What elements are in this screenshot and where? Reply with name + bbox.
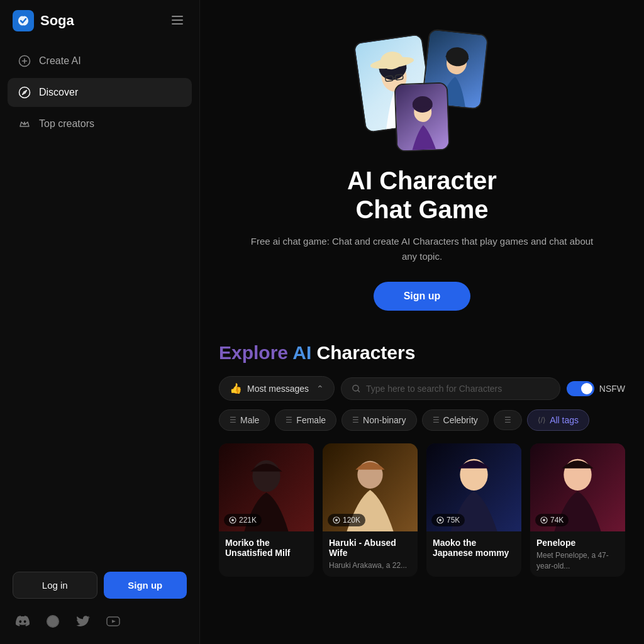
login-button[interactable]: Log in <box>13 572 97 599</box>
char-info-2: Haruki - Abused Wife Haruki Arakawa, a 2… <box>323 531 418 576</box>
tag-list-icon-3: ☰ <box>352 416 359 425</box>
svg-text:R: R <box>51 619 55 625</box>
app-logo <box>13 10 34 31</box>
sidebar-item-create-ai[interactable]: Create AI <box>8 47 192 75</box>
tag-all-tags-label: All tags <box>550 415 579 425</box>
char-image-3: 75K <box>426 443 521 531</box>
tags-row: ☰ Male ☰ Female ☰ Non-binary ☰ Celebrity… <box>219 409 625 431</box>
tag-nonbinary-label: Non-binary <box>363 415 406 425</box>
char-image-1: 221K <box>219 443 314 531</box>
char-name-3: Maoko the Japanese mommy <box>433 538 515 558</box>
sidebar-item-discover[interactable]: Discover <box>8 78 192 107</box>
sidebar-item-discover-label: Discover <box>39 87 78 98</box>
char-desc-2: Haruki Arakawa, a 22... <box>329 560 411 571</box>
logo-area: Soga <box>13 10 74 31</box>
sidebar: Soga Create AI <box>0 0 200 644</box>
sidebar-item-top-creators[interactable]: Top creators <box>8 109 192 138</box>
char-info-3: Maoko the Japanese mommy <box>426 531 521 565</box>
toggle-knob <box>581 383 592 394</box>
sidebar-nav: Create AI Discover Top creators <box>0 42 199 143</box>
svg-rect-3 <box>172 23 183 25</box>
search-bar <box>341 377 560 400</box>
thumbs-up-icon: 👍 <box>230 382 242 394</box>
tag-female-label: Female <box>296 415 326 425</box>
hero-cta-button[interactable]: Sign up <box>374 282 471 311</box>
tag-male-label: Male <box>240 415 259 425</box>
compass-icon <box>18 86 31 99</box>
auth-buttons: Log in Sign up <box>13 572 187 599</box>
sort-label: Most messages <box>247 384 309 394</box>
search-icon <box>352 384 361 394</box>
main-content: AI Character Chat Game Free ai chat game… <box>200 0 644 644</box>
char-msg-count-1: 221K <box>224 514 262 526</box>
char-info-4: Penelope Meet Penelope, a 47-year-old... <box>530 531 625 577</box>
char-name-4: Penelope <box>536 538 619 548</box>
plus-circle-icon <box>18 54 31 68</box>
hero-card-collage <box>353 25 491 151</box>
character-card-4[interactable]: 74K Penelope Meet Penelope, a 47-year-ol… <box>530 443 625 577</box>
characters-grid: 221K Moriko the Unsatisfied Milf <box>219 443 625 577</box>
character-card-1[interactable]: 221K Moriko the Unsatisfied Milf <box>219 443 314 577</box>
hero-subtitle: Free ai chat game: Chat and create AI Ch… <box>246 234 598 264</box>
svg-point-41 <box>543 519 545 521</box>
reddit-icon[interactable]: R <box>43 611 63 631</box>
tag-more[interactable]: ☰ <box>494 410 522 430</box>
char-desc-4: Meet Penelope, a 47-year-old... <box>536 550 619 572</box>
hero-card-3 <box>394 82 450 152</box>
sidebar-item-create-ai-label: Create AI <box>39 55 81 67</box>
svg-point-6 <box>24 92 25 93</box>
character-card-3[interactable]: 75K Maoko the Japanese mommy <box>426 443 521 577</box>
svg-rect-2 <box>172 19 183 21</box>
nsfw-toggle-area: NSFW <box>567 381 625 396</box>
signup-button[interactable]: Sign up <box>104 572 187 599</box>
sidebar-header: Soga <box>0 0 199 42</box>
tag-celebrity-label: Celebrity <box>443 415 478 425</box>
svg-line-18 <box>393 78 396 79</box>
sidebar-toggle-button[interactable] <box>168 11 187 31</box>
tag-icon: ⟨/⟩ <box>538 416 546 425</box>
hero-section: AI Character Chat Game Free ai chat game… <box>200 0 644 330</box>
tag-nonbinary[interactable]: ☰ Non-binary <box>341 409 416 431</box>
svg-point-29 <box>231 519 234 521</box>
search-input[interactable] <box>366 384 550 394</box>
sidebar-bottom: Log in Sign up R <box>0 559 199 644</box>
explore-title: Explore AI Characters <box>219 342 625 364</box>
char-image-4: 74K <box>530 443 625 531</box>
char-msg-count-2: 120K <box>328 514 365 526</box>
explore-section: Explore AI Characters 👍 Most messages ⌃ <box>200 330 644 589</box>
char-msg-count-3: 75K <box>431 514 465 526</box>
character-card-2[interactable]: 120K Haruki - Abused Wife Haruki Arakawa… <box>323 443 418 577</box>
char-msg-count-4: 74K <box>535 514 569 526</box>
char-info-1: Moriko the Unsatisfied Milf <box>219 531 314 565</box>
sort-dropdown[interactable]: 👍 Most messages ⌃ <box>219 376 335 401</box>
tag-list-icon: ☰ <box>230 416 236 425</box>
tag-list-icon-4: ☰ <box>433 416 440 425</box>
nsfw-label: NSFW <box>599 384 625 394</box>
hero-title: AI Character Chat Game <box>347 166 497 224</box>
tag-male[interactable]: ☰ Male <box>219 409 270 431</box>
sort-chevron-icon: ⌃ <box>316 384 324 394</box>
crown-icon <box>18 117 31 131</box>
social-links: R <box>13 611 187 631</box>
app-name: Soga <box>40 13 74 29</box>
tag-more-icon: ☰ <box>504 416 511 425</box>
svg-point-37 <box>439 519 441 521</box>
tag-all-tags[interactable]: ⟨/⟩ All tags <box>527 409 589 431</box>
discord-icon[interactable] <box>13 611 33 631</box>
nsfw-toggle-switch[interactable] <box>567 381 594 396</box>
twitter-icon[interactable] <box>73 611 93 631</box>
char-name-1: Moriko the Unsatisfied Milf <box>225 538 308 558</box>
filters-row: 👍 Most messages ⌃ NSFW <box>219 376 625 401</box>
svg-rect-1 <box>172 16 183 17</box>
char-name-2: Haruki - Abused Wife <box>329 538 411 558</box>
char-image-2: 120K <box>323 443 418 531</box>
tag-list-icon-2: ☰ <box>286 416 292 425</box>
tag-celebrity[interactable]: ☰ Celebrity <box>422 409 489 431</box>
sidebar-item-top-creators-label: Top creators <box>39 118 94 130</box>
youtube-icon[interactable] <box>103 611 123 631</box>
svg-point-33 <box>335 519 338 521</box>
tag-female[interactable]: ☰ Female <box>275 409 336 431</box>
